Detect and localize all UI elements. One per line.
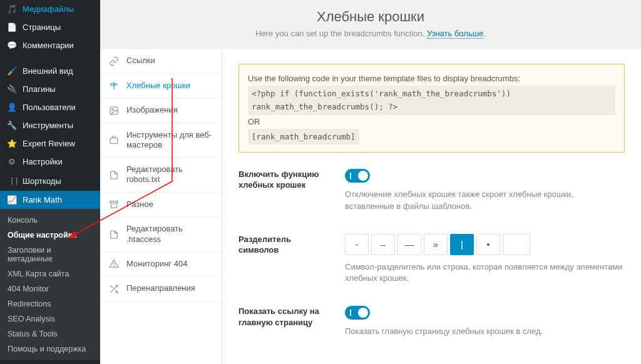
submenu-status-tools[interactable]: Status & Tools [0, 326, 100, 341]
page-subtitle: Here you can set up the breadcrumbs func… [100, 29, 641, 38]
setting-desc: Символ-разделитель или строка, которая п… [345, 261, 625, 285]
setting-desc: Отключение хлебных крошек также скроет х… [345, 189, 625, 213]
tab-htaccess[interactable]: Редактировать .htaccess [100, 217, 222, 252]
comments-icon: 💬 [6, 41, 18, 50]
star-icon: ⭐ [6, 139, 18, 148]
wp-menu-media[interactable]: 🎵Медиафайлы [0, 0, 100, 18]
setting-label: Включить функцию хлебных крошек [238, 169, 326, 213]
plugin-icon: 🔌 [6, 84, 18, 94]
wp-menu-plugins[interactable]: 🔌Плагины [0, 80, 100, 98]
wp-menu-expert-review[interactable]: ⭐Expert Review [0, 134, 100, 153]
svg-point-1 [112, 108, 114, 110]
tab-robots-txt[interactable]: Редактировать robots.txt [100, 158, 222, 193]
wp-menu-appearance[interactable]: 🖌️Внешний вид [0, 62, 100, 80]
setting-desc: Показать главную страницу хлебных крошек… [345, 326, 625, 338]
wp-menu-rank-math[interactable]: 📈Rank Math [0, 191, 100, 209]
notice-or: OR [248, 117, 260, 126]
rank-math-submenu: Консоль Общие настройки Заголовки и мета… [0, 209, 100, 360]
enable-breadcrumbs-toggle[interactable] [345, 169, 370, 183]
wp-menu-settings[interactable]: ⚙Настройки [0, 153, 100, 171]
submenu-general-settings[interactable]: Общие настройки [0, 228, 100, 243]
homepage-link-toggle[interactable] [345, 306, 370, 320]
notice-code-php: <?php if (function_exists('rank_math_the… [248, 86, 615, 115]
wp-menu-users[interactable]: 👤Пользователи [0, 98, 100, 116]
wp-admin-sidebar: 🎵Медиафайлы 📄Страницы 💬Комментарии 🖌️Вне… [0, 0, 100, 364]
tab-breadcrumbs[interactable]: Хлебные крошки [100, 74, 222, 99]
signpost-icon [109, 81, 120, 91]
wp-menu-shortcodes[interactable]: ［］Шорткоды [0, 171, 100, 191]
tab-misc[interactable]: Разное [100, 193, 222, 218]
separator-option-3[interactable]: » [424, 234, 448, 255]
tab-links[interactable]: Ссылки [100, 49, 222, 74]
warning-icon [109, 259, 120, 270]
main-area: Хлебные крошки Here you can set up the b… [100, 0, 641, 364]
submenu-404-monitor[interactable]: 404 Monitor [0, 281, 100, 296]
tools-icon: 🔧 [6, 121, 18, 130]
separator-option-4[interactable]: | [450, 234, 474, 255]
svg-rect-2 [110, 138, 118, 144]
sliders-icon: ⚙ [6, 157, 18, 166]
separator-option-1[interactable]: – [371, 234, 395, 255]
page-title: Хлебные крошки [100, 9, 641, 25]
separator-custom-input[interactable] [503, 234, 530, 255]
file-edit-icon [109, 229, 120, 240]
media-icon: 🎵 [6, 4, 18, 14]
wp-menu-pages[interactable]: 📄Страницы [0, 18, 100, 36]
tab-webmaster-tools[interactable]: Инструменты для веб-мастеров [100, 123, 222, 158]
file-icon [109, 169, 120, 180]
briefcase-icon [109, 135, 120, 146]
settings-tabs: Ссылки Хлебные крошки Изображения Инстру… [100, 49, 222, 364]
submenu-help-support[interactable]: Помощь и поддержка [0, 341, 100, 356]
image-icon [109, 105, 120, 116]
notice-code-short: [rank_math_breadcrumb] [248, 129, 359, 144]
settings-panel: Use the following code in your theme tem… [222, 49, 641, 364]
separator-option-5[interactable]: • [476, 234, 500, 255]
separator-option-2[interactable]: — [397, 234, 421, 255]
submenu-xml-sitemap[interactable]: XML Карта сайта [0, 266, 100, 281]
tab-redirections[interactable]: Перенаправления [100, 276, 222, 301]
submenu-titles-meta[interactable]: Заголовки и метаданные [0, 243, 100, 266]
rank-math-icon: 📈 [6, 195, 18, 205]
submenu-seo-analysis[interactable]: SEO Analysis [0, 311, 100, 326]
link-icon [109, 56, 120, 66]
submenu-console[interactable]: Консоль [0, 213, 100, 228]
svg-point-4 [114, 266, 115, 266]
pages-icon: 📄 [6, 23, 18, 32]
setting-separator: Разделитель символов - – — » | • Символ-… [238, 234, 625, 285]
wp-menu-comments[interactable]: 💬Комментарии [0, 36, 100, 54]
shuffle-icon [109, 283, 120, 294]
brush-icon: 🖌️ [6, 66, 18, 76]
wp-menu-tools[interactable]: 🔧Инструменты [0, 116, 100, 134]
notice-intro: Use the following code in your theme tem… [248, 72, 615, 86]
setting-label: Показать ссылку на главную страницу [238, 306, 326, 338]
page-header: Хлебные крошки Here you can set up the b… [100, 0, 641, 50]
setting-homepage-link: Показать ссылку на главную страницу Пока… [238, 306, 625, 338]
separator-options: - – — » | • [345, 234, 625, 255]
separator-option-0[interactable]: - [345, 234, 369, 255]
archive-icon [109, 200, 120, 210]
code-notice: Use the following code in your theme tem… [238, 64, 625, 153]
shortcode-icon: ［］ [6, 175, 18, 186]
svg-rect-3 [110, 201, 118, 203]
learn-more-link[interactable]: Узнать больше [427, 29, 483, 39]
setting-label: Разделитель символов [238, 234, 326, 285]
setting-enable-breadcrumbs: Включить функцию хлебных крошек Отключен… [238, 169, 625, 213]
tab-404-monitoring[interactable]: Мониторинг 404 [100, 252, 222, 277]
tab-images[interactable]: Изображения [100, 98, 222, 123]
submenu-redirections[interactable]: Redirections [0, 296, 100, 311]
users-icon: 👤 [6, 103, 18, 112]
